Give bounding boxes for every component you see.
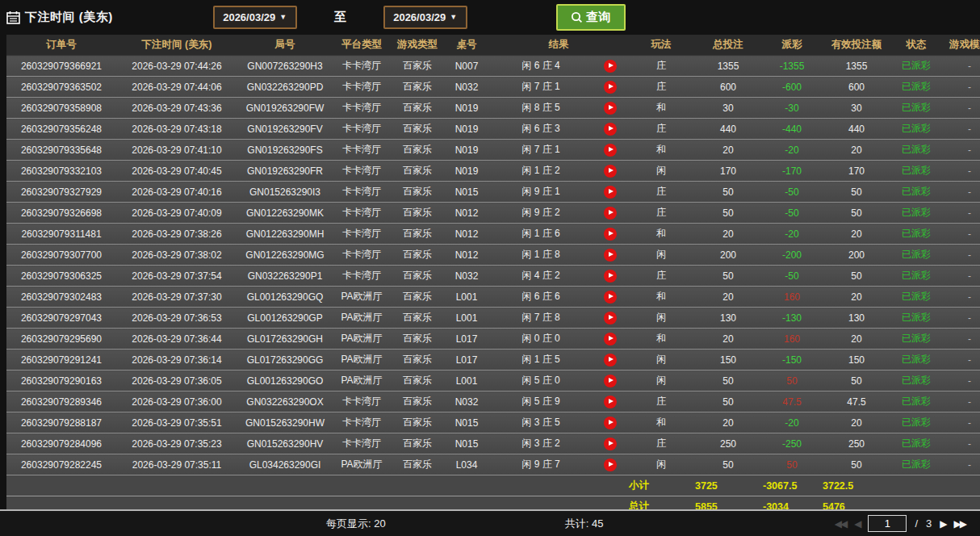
result-cell: 闲 3 庄 2 [489,433,593,454]
col-game-mode: 游戏模式 [941,35,980,56]
table-no-cell: N032 [444,77,489,98]
table-row: 2603290793669212026-03-29 07:44:26GN0072… [6,56,980,77]
bet-time-cell: 2026-03-29 07:43:18 [116,119,237,140]
col-round: 局号 [237,35,333,56]
mode-cell: - [941,371,980,392]
play-result-icon[interactable] [604,375,617,387]
total-bet-cell: 440 [694,119,762,140]
play-result-icon[interactable] [604,60,617,73]
order-cell: 260329079290163 [6,371,116,392]
table-row: 2603290792970432026-03-29 07:36:53GL0012… [6,308,980,329]
play-result-icon[interactable] [604,165,617,178]
mode-cell: - [941,98,980,119]
mode-cell: - [941,329,980,350]
status-cell: 已派彩 [891,224,941,245]
play-result-icon[interactable] [604,333,617,345]
bet-side-cell: 庄 [628,56,694,77]
play-cell [593,266,628,287]
query-button[interactable]: 查询 [556,4,626,31]
play-result-icon[interactable] [604,102,617,115]
order-cell: 260329079289346 [6,392,116,412]
pager: ◀◀ ◀ 1 / 3 ▶ ▶▶ [835,515,965,532]
bet-time-cell: 2026-03-29 07:44:26 [116,56,237,77]
table-no-cell: N015 [444,433,489,454]
payout-cell: -30 [762,98,822,119]
result-cell: 闲 5 庄 0 [489,371,593,392]
result-cell: 闲 0 庄 0 [489,329,593,350]
round-cell: GN012263290MG [237,245,333,266]
last-page-icon[interactable]: ▶▶ [954,518,965,530]
total-bet-cell: 20 [694,329,762,350]
mode-cell: - [941,182,980,203]
table-row: 2603290792840962026-03-29 07:35:23GN0152… [6,433,980,454]
play-cell [593,119,628,140]
round-cell: GN015263290HV [237,433,333,454]
bet-side-cell: 和 [628,412,694,433]
order-cell: 260329079358908 [6,98,116,119]
play-result-icon[interactable] [604,396,617,408]
status-cell: 已派彩 [891,77,941,98]
platform-cell: 卡卡湾厅 [333,182,391,203]
date-to-value: 2026/03/29 [393,11,446,23]
play-result-icon[interactable] [604,186,617,199]
status-cell: 已派彩 [891,119,941,140]
subtotal-payout: -3067.5 [762,475,822,496]
round-cell: GL001263290GO [237,371,333,392]
round-cell: GN019263290FR [237,161,333,182]
col-total-bet: 总投注 [694,35,762,56]
result-cell: 闲 1 庄 2 [489,161,593,182]
total-pages: 3 [926,517,932,530]
play-result-icon[interactable] [604,438,617,450]
game-type-cell: 百家乐 [391,224,444,245]
bet-time-cell: 2026-03-29 07:40:16 [116,182,237,203]
valid-bet-cell: 20 [822,412,891,433]
game-type-cell: 百家乐 [391,98,444,119]
mode-cell: - [941,203,980,224]
page-number-input[interactable]: 1 [868,515,907,532]
bet-time-cell: 2026-03-29 07:36:14 [116,350,237,371]
play-result-icon[interactable] [604,417,617,429]
table-no-cell: N032 [444,266,489,287]
bet-time-cell: 2026-03-29 07:36:44 [116,329,237,350]
platform-cell: 卡卡湾厅 [333,433,391,454]
date-from-value: 2026/03/29 [223,11,275,23]
next-page-icon[interactable]: ▶ [940,518,945,530]
valid-bet-cell: 440 [822,119,891,140]
play-result-icon[interactable] [604,354,617,366]
valid-bet-cell: 1355 [822,56,891,77]
table-body: 2603290793669212026-03-29 07:44:26GN0072… [6,56,980,475]
table-row: 2603290793356482026-03-29 07:41:10GN0192… [6,140,980,161]
bet-side-cell: 闲 [628,245,694,266]
bet-time-cell: 2026-03-29 07:37:54 [116,266,237,287]
play-result-icon[interactable] [604,144,617,157]
play-result-icon[interactable] [604,249,617,262]
game-type-cell: 百家乐 [391,77,444,98]
game-type-cell: 百家乐 [391,392,444,412]
result-cell: 闲 9 庄 7 [489,454,593,475]
bet-time-label: 下注时间 (美东) [25,10,113,25]
bet-time-cell: 2026-03-29 07:44:06 [116,77,237,98]
order-cell: 260329079307700 [6,245,116,266]
play-result-icon[interactable] [604,81,617,94]
platform-cell: 卡卡湾厅 [333,161,391,182]
play-result-icon[interactable] [604,270,617,283]
valid-bet-cell: 600 [822,77,891,98]
play-result-icon[interactable] [604,312,617,325]
first-page-icon[interactable]: ◀◀ [835,518,846,530]
col-bet-time: 下注时间 (美东) [116,35,237,56]
status-cell: 已派彩 [891,140,941,161]
play-result-icon[interactable] [604,207,617,220]
date-to-picker[interactable]: 2026/03/29 ▼ [383,6,467,29]
play-result-icon[interactable] [604,228,617,241]
game-type-cell: 百家乐 [391,56,444,77]
play-result-icon[interactable] [604,459,617,471]
round-cell: GN007263290H3 [237,56,333,77]
valid-bet-cell: 200 [822,245,891,266]
table-row: 2603290793635022026-03-29 07:44:06GN0322… [6,77,980,98]
play-result-icon[interactable] [604,291,617,304]
play-result-icon[interactable] [604,123,617,136]
chevron-down-icon: ▼ [450,13,457,21]
result-cell: 闲 6 庄 4 [489,56,593,77]
prev-page-icon[interactable]: ◀ [854,518,860,530]
date-from-picker[interactable]: 2026/03/29 ▼ [213,6,297,29]
